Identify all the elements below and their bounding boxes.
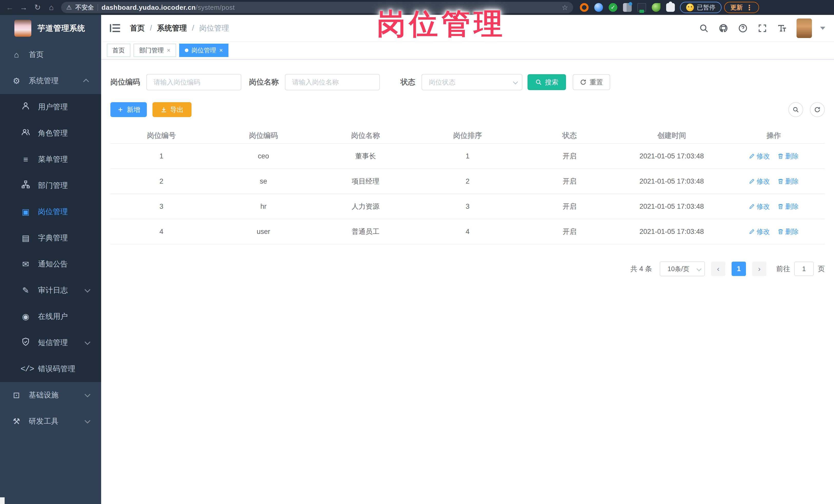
cell-actions: 修改 删除 — [723, 202, 825, 211]
sidebar-item-dev-tools[interactable]: ⚒ 研发工具 — [0, 408, 101, 434]
active-dot-icon — [185, 48, 189, 52]
github-icon[interactable] — [719, 23, 728, 33]
leaf-extension-icon[interactable] — [652, 3, 660, 12]
font-size-icon[interactable] — [777, 23, 787, 33]
tab-home[interactable]: 首页 — [107, 44, 130, 57]
app-logo[interactable]: 芋道管理系统 — [0, 15, 101, 42]
page-unit-label: 页 — [818, 264, 825, 273]
app-title: 芋道管理系统 — [38, 23, 85, 34]
help-icon[interactable] — [738, 23, 748, 33]
page-size-select[interactable] — [660, 261, 705, 276]
browser-update-button[interactable]: 更新 ⋮ — [724, 2, 759, 13]
sidebar-item-menus[interactable]: ≡ 菜单管理 — [0, 146, 101, 173]
green-check-extension-icon[interactable] — [609, 3, 617, 12]
blue-pin-extension-icon[interactable] — [594, 3, 603, 12]
bookmark-star-icon[interactable]: ☆ — [562, 3, 568, 12]
sidebar-item-home[interactable]: ⌂ 首页 — [0, 42, 101, 68]
close-icon[interactable]: × — [219, 47, 223, 53]
url-bar[interactable]: ⚠ 不安全 dashboard.yudao.iocoder.cn/system/… — [61, 2, 573, 13]
sidebar-item-notice[interactable]: ✉ 通知公告 — [0, 251, 101, 277]
tab-label: 部门管理 — [139, 46, 164, 54]
security-label[interactable]: 不安全 — [75, 3, 94, 12]
sidebar: 芋道管理系统 ⌂ 首页 ⚙ 系统管理 用户管理 — [0, 15, 101, 504]
emoji-face-icon — [686, 4, 694, 11]
back-icon[interactable]: ← — [4, 0, 16, 15]
sidebar-item-dict[interactable]: ▤ 字典管理 — [0, 225, 101, 251]
forward-icon[interactable]: → — [18, 0, 29, 15]
add-button[interactable]: 新增 — [110, 102, 147, 117]
reload-icon[interactable]: ↻ — [32, 0, 43, 15]
fullscreen-icon[interactable] — [758, 23, 767, 33]
toggle-search-button[interactable] — [788, 102, 803, 117]
edit-link[interactable]: 修改 — [749, 177, 770, 186]
orange-ring-extension-icon[interactable] — [580, 3, 589, 12]
next-page-button[interactable]: › — [752, 262, 767, 276]
export-button[interactable]: 导出 — [152, 102, 192, 117]
post-badge-icon: ▣ — [21, 207, 31, 217]
refresh-table-button[interactable] — [810, 102, 825, 117]
reset-button[interactable]: 重置 — [573, 74, 610, 90]
cell-status: 开启 — [519, 202, 621, 211]
sidebar-item-label: 在线用户 — [38, 311, 68, 322]
sidebar-item-users[interactable]: 用户管理 — [0, 94, 101, 120]
tab-posts[interactable]: 岗位管理 × — [179, 44, 228, 57]
sidebar-item-posts[interactable]: ▣ 岗位管理 — [0, 199, 101, 225]
search-button[interactable]: 搜索 — [527, 74, 566, 90]
pagination: 共 4 条 ‹ 1 › 前往 页 — [110, 261, 825, 276]
chevron-down-icon — [85, 392, 91, 397]
edit-link[interactable]: 修改 — [749, 152, 770, 161]
table-body: 1 ceo 董事长 1 开启 2021-01-05 17:03:48 修改 删除 — [110, 144, 825, 244]
extensions-puzzle-icon[interactable] — [666, 3, 675, 12]
post-name-label: 岗位名称 — [249, 77, 279, 87]
breadcrumb-system[interactable]: 系统管理 — [157, 23, 187, 34]
sidebar-item-system[interactable]: ⚙ 系统管理 — [0, 68, 101, 94]
sidebar-item-roles[interactable]: 角色管理 — [0, 120, 101, 146]
sidebar-item-error-codes[interactable]: </> 错误码管理 — [0, 356, 101, 382]
reset-button-label: 重置 — [590, 78, 603, 87]
monitor-icon: ⊡ — [11, 390, 22, 400]
sidebar-item-audit-log[interactable]: ✎ 审计日志 — [0, 277, 101, 304]
scrollbar-artifact — [0, 497, 5, 504]
content-area: 首页 / 系统管理 / 岗位管理 首页 — [101, 15, 834, 504]
status-select-input[interactable] — [421, 74, 522, 90]
home-icon[interactable]: ⌂ — [46, 0, 57, 15]
columns-extension-icon[interactable] — [623, 3, 632, 12]
cell-actions: 修改 删除 — [723, 152, 825, 161]
header-post-sort: 岗位排序 — [417, 131, 519, 140]
hamburger-icon[interactable] — [110, 24, 120, 32]
total-count: 共 4 条 — [631, 264, 652, 273]
not-secure-icon[interactable]: ⚠ — [66, 4, 72, 11]
tab-departments[interactable]: 部门管理 × — [133, 44, 176, 57]
paused-extension-button[interactable]: 已暂停 — [680, 2, 722, 13]
sidebar-item-online-users[interactable]: ◉ 在线用户 — [0, 304, 101, 330]
user-avatar[interactable] — [796, 19, 812, 38]
tag-manager-extension-icon[interactable] — [637, 3, 646, 12]
prev-page-button[interactable]: ‹ — [711, 262, 725, 276]
edit-link[interactable]: 修改 — [749, 202, 770, 211]
shield-icon — [21, 337, 31, 348]
sidebar-item-label: 系统管理 — [29, 76, 59, 86]
post-code-input[interactable] — [146, 74, 241, 90]
post-name-input[interactable] — [285, 74, 380, 90]
export-button-label: 导出 — [170, 105, 183, 114]
post-code-label: 岗位编码 — [110, 77, 140, 87]
browser-menu-icon[interactable]: ⋮ — [746, 3, 753, 12]
sidebar-item-sms[interactable]: 短信管理 — [0, 330, 101, 356]
delete-link[interactable]: 删除 — [777, 227, 798, 236]
breadcrumb-home[interactable]: 首页 — [130, 23, 145, 34]
page-number-button[interactable]: 1 — [731, 262, 746, 276]
delete-link[interactable]: 删除 — [777, 177, 798, 186]
edit-link[interactable]: 修改 — [749, 227, 770, 236]
page-size-input[interactable] — [660, 261, 705, 276]
status-select[interactable] — [421, 74, 522, 90]
delete-link[interactable]: 删除 — [777, 152, 798, 161]
user-icon — [21, 102, 31, 112]
sidebar-item-infrastructure[interactable]: ⊡ 基础设施 — [0, 382, 101, 408]
caret-down-icon[interactable] — [820, 27, 825, 30]
close-icon[interactable]: × — [167, 47, 171, 53]
goto-page-input[interactable] — [794, 262, 814, 276]
search-icon[interactable] — [699, 23, 709, 33]
header-post-code: 岗位编码 — [213, 131, 315, 140]
sidebar-item-departments[interactable]: 部门管理 — [0, 173, 101, 199]
delete-link[interactable]: 删除 — [777, 202, 798, 211]
